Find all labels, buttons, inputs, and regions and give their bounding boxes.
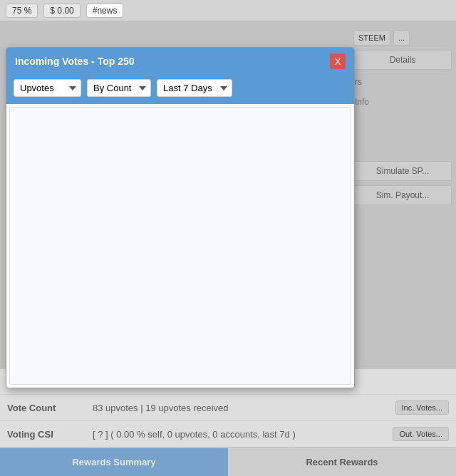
percent-indicator[interactable]: 75 % — [6, 4, 38, 18]
modal-close-button[interactable]: X — [330, 53, 346, 69]
timeframe-select[interactable]: Last 7 Days Last 30 Days All Time — [157, 79, 232, 97]
top-bar: 75 % $ 0.00 #news — [0, 0, 456, 21]
modal-toolbar: Upvotes Downvotes By Count By Weight By … — [6, 75, 354, 104]
amount-indicator[interactable]: $ 0.00 — [43, 4, 80, 18]
modal-header: Incoming Votes - Top 250 X — [6, 48, 354, 75]
incoming-votes-modal: Incoming Votes - Top 250 X Upvotes Downv… — [6, 47, 355, 388]
hashtag-tab[interactable]: #news — [86, 4, 124, 18]
modal-body — [9, 107, 351, 385]
main-content: STEEM ... Details rs Info Simulate SP...… — [0, 21, 456, 476]
modal-title: Incoming Votes - Top 250 — [15, 56, 135, 67]
vote-type-select[interactable]: Upvotes Downvotes — [14, 79, 81, 97]
sort-select[interactable]: By Count By Weight By Value — [87, 79, 151, 97]
